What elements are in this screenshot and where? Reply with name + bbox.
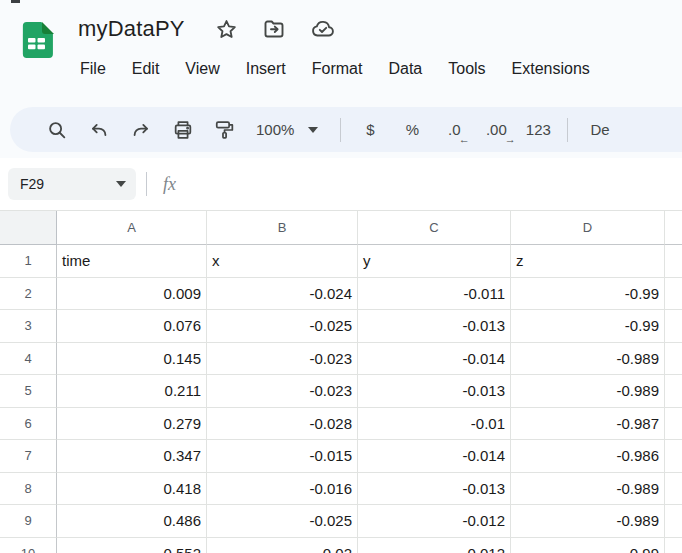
cell[interactable] <box>665 375 682 408</box>
menu-data[interactable]: Data <box>375 54 435 84</box>
cell[interactable]: -0.013 <box>358 310 511 343</box>
arrow-right-icon: → <box>505 133 516 145</box>
cell[interactable]: -0.024 <box>207 278 358 311</box>
row-header[interactable]: 6 <box>0 408 57 441</box>
cell[interactable]: -0.014 <box>358 343 511 376</box>
cell[interactable]: -0.014 <box>358 440 511 473</box>
cell[interactable] <box>665 245 682 278</box>
cell[interactable]: -0.023 <box>207 375 358 408</box>
cell[interactable]: -0.989 <box>511 505 665 538</box>
row-header[interactable]: 4 <box>0 343 57 376</box>
row-header[interactable]: 1 <box>0 245 57 278</box>
cell[interactable]: -0.989 <box>511 343 665 376</box>
table-row: 20.009-0.024-0.011-0.99 <box>0 278 682 311</box>
cell[interactable]: 0.486 <box>57 505 207 538</box>
menu-tools[interactable]: Tools <box>435 54 498 84</box>
menu-extensions[interactable]: Extensions <box>499 54 603 84</box>
column-header-c[interactable]: C <box>358 211 511 245</box>
cell[interactable]: -0.989 <box>511 473 665 506</box>
increase-decimal-button[interactable]: .00→ <box>475 114 517 146</box>
printer-icon <box>172 119 194 141</box>
screen-edge-artifact <box>11 0 20 3</box>
font-family-select[interactable]: De <box>576 121 609 138</box>
cell[interactable]: -0.013 <box>358 375 511 408</box>
cell[interactable]: 0.076 <box>57 310 207 343</box>
cell[interactable]: x <box>207 245 358 278</box>
format-percent-button[interactable]: % <box>391 114 433 146</box>
select-all-corner[interactable] <box>0 211 57 245</box>
cell[interactable]: -0.023 <box>207 343 358 376</box>
cell[interactable]: z <box>511 245 665 278</box>
cell[interactable]: 0.211 <box>57 375 207 408</box>
cell[interactable]: -0.99 <box>511 278 665 311</box>
row-header[interactable]: 3 <box>0 310 57 343</box>
cell[interactable]: -0.016 <box>207 473 358 506</box>
cell[interactable]: -0.987 <box>511 408 665 441</box>
table-row: 100.552-0.02-0.012-0.99 <box>0 538 682 553</box>
cell[interactable]: time <box>57 245 207 278</box>
cell[interactable] <box>665 473 682 506</box>
menu-format[interactable]: Format <box>299 54 376 84</box>
cell[interactable]: -0.013 <box>358 473 511 506</box>
cell[interactable]: -0.011 <box>358 278 511 311</box>
grid-rows: 1timexyz20.009-0.024-0.011-0.9930.076-0.… <box>0 245 682 553</box>
cell[interactable]: y <box>358 245 511 278</box>
google-sheets-logo[interactable] <box>18 22 55 58</box>
decrease-decimal-button[interactable]: .0← <box>433 114 475 146</box>
cell[interactable] <box>665 408 682 441</box>
cell[interactable]: 0.418 <box>57 473 207 506</box>
menu-bar: File Edit View Insert Format Data Tools … <box>67 54 603 84</box>
menu-insert[interactable]: Insert <box>233 54 299 84</box>
column-header-partial[interactable] <box>665 211 682 245</box>
cell[interactable]: -0.025 <box>207 310 358 343</box>
cell[interactable] <box>665 440 682 473</box>
cell[interactable]: -0.99 <box>511 310 665 343</box>
more-formats-button[interactable]: 123 <box>517 114 559 146</box>
row-header[interactable]: 2 <box>0 278 57 311</box>
cell[interactable]: 0.347 <box>57 440 207 473</box>
cell[interactable]: -0.989 <box>511 375 665 408</box>
row-header[interactable]: 9 <box>0 505 57 538</box>
cell[interactable] <box>665 505 682 538</box>
cell[interactable]: 0.009 <box>57 278 207 311</box>
cell[interactable] <box>665 538 682 553</box>
paint-format-button[interactable] <box>204 114 246 146</box>
cell[interactable]: -0.99 <box>511 538 665 553</box>
row-header[interactable]: 10 <box>0 538 57 553</box>
column-header-b[interactable]: B <box>207 211 358 245</box>
menu-file[interactable]: File <box>67 54 119 84</box>
move-folder-icon[interactable] <box>262 17 286 41</box>
cell[interactable]: 0.145 <box>57 343 207 376</box>
cell[interactable]: -0.986 <box>511 440 665 473</box>
row-header[interactable]: 8 <box>0 473 57 506</box>
cell[interactable]: -0.012 <box>358 538 511 553</box>
format-currency-button[interactable]: $ <box>349 114 391 146</box>
cell[interactable] <box>665 310 682 343</box>
star-icon[interactable] <box>215 18 238 41</box>
print-button[interactable] <box>162 114 204 146</box>
menu-edit[interactable]: Edit <box>119 54 173 84</box>
zoom-select[interactable]: 100% <box>246 121 332 138</box>
row-header[interactable]: 5 <box>0 375 57 408</box>
column-header-a[interactable]: A <box>57 211 207 245</box>
cell[interactable]: -0.025 <box>207 505 358 538</box>
cell[interactable] <box>665 278 682 311</box>
column-header-d[interactable]: D <box>511 211 665 245</box>
cell[interactable] <box>665 343 682 376</box>
name-box[interactable]: F29 <box>8 168 136 200</box>
search-button[interactable] <box>36 114 78 146</box>
toolbar-divider <box>340 118 341 142</box>
cell[interactable]: -0.028 <box>207 408 358 441</box>
cell[interactable]: -0.02 <box>207 538 358 553</box>
cell[interactable]: -0.01 <box>358 408 511 441</box>
undo-button[interactable] <box>78 114 120 146</box>
redo-button[interactable] <box>120 114 162 146</box>
document-title[interactable]: myDataPY <box>78 16 185 42</box>
menu-view[interactable]: View <box>172 54 232 84</box>
row-header[interactable]: 7 <box>0 440 57 473</box>
cell[interactable]: 0.552 <box>57 538 207 553</box>
cell[interactable]: -0.015 <box>207 440 358 473</box>
cell[interactable]: -0.012 <box>358 505 511 538</box>
cloud-saved-icon[interactable] <box>310 17 336 41</box>
cell[interactable]: 0.279 <box>57 408 207 441</box>
